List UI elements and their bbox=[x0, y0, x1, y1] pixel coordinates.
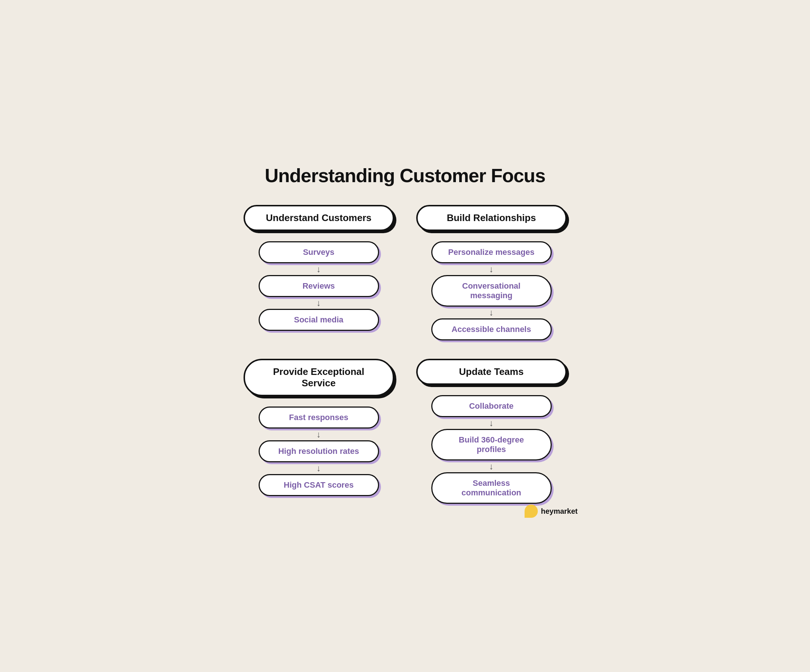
main-card: Understanding Customer Focus Understand … bbox=[221, 146, 589, 526]
pill-update-teams-2: Seamless communication bbox=[431, 472, 552, 504]
sub-pills-build-relationships: Personalize messages↓Conversational mess… bbox=[431, 241, 552, 340]
quadrant-update-teams: Update TeamsCollaborate↓Build 360-degree… bbox=[416, 359, 567, 504]
pill-build-relationships-1: Conversational messaging bbox=[431, 275, 552, 307]
quadrant-build-relationships: Build RelationshipsPersonalize messages↓… bbox=[416, 205, 567, 340]
pill-build-relationships-0: Personalize messages bbox=[431, 241, 552, 263]
pill-provide-exceptional-service-0: Fast responses bbox=[258, 406, 379, 429]
header-update-teams: Update Teams bbox=[416, 359, 567, 385]
quadrants-grid: Understand CustomersSurveys↓Reviews↓Soci… bbox=[243, 205, 567, 504]
pill-update-teams-0: Collaborate bbox=[431, 395, 552, 417]
sub-pills-provide-exceptional-service: Fast responses↓High resolution rates↓Hig… bbox=[258, 406, 379, 496]
pill-provide-exceptional-service-2: High CSAT scores bbox=[258, 474, 379, 496]
brand-logo: heymarket bbox=[525, 505, 577, 518]
pill-understand-customers-2: Social media bbox=[258, 309, 379, 331]
quadrant-understand-customers: Understand CustomersSurveys↓Reviews↓Soci… bbox=[243, 205, 394, 340]
header-build-relationships: Build Relationships bbox=[416, 205, 567, 231]
arrow-provide-exceptional-service-1: ↓ bbox=[317, 462, 321, 474]
pill-update-teams-1: Build 360-degree profiles bbox=[431, 429, 552, 460]
brand-icon bbox=[525, 505, 538, 518]
pill-build-relationships-2: Accessible channels bbox=[431, 318, 552, 340]
pill-understand-customers-0: Surveys bbox=[258, 241, 379, 263]
brand-name: heymarket bbox=[541, 507, 577, 515]
arrow-understand-customers-0: ↓ bbox=[317, 263, 321, 275]
pill-provide-exceptional-service-1: High resolution rates bbox=[258, 440, 379, 462]
sub-pills-understand-customers: Surveys↓Reviews↓Social media bbox=[258, 241, 379, 331]
arrow-provide-exceptional-service-0: ↓ bbox=[317, 429, 321, 440]
pill-understand-customers-1: Reviews bbox=[258, 275, 379, 297]
header-provide-exceptional-service: Provide Exceptional Service bbox=[243, 359, 394, 396]
quadrant-provide-exceptional-service: Provide Exceptional ServiceFast response… bbox=[243, 359, 394, 504]
page-title: Understanding Customer Focus bbox=[243, 165, 567, 187]
arrow-update-teams-1: ↓ bbox=[489, 460, 494, 472]
arrow-build-relationships-0: ↓ bbox=[489, 263, 494, 275]
arrow-update-teams-0: ↓ bbox=[489, 417, 494, 429]
arrow-build-relationships-1: ↓ bbox=[489, 307, 494, 318]
header-understand-customers: Understand Customers bbox=[243, 205, 394, 231]
arrow-understand-customers-1: ↓ bbox=[317, 297, 321, 309]
sub-pills-update-teams: Collaborate↓Build 360-degree profiles↓Se… bbox=[431, 395, 552, 504]
